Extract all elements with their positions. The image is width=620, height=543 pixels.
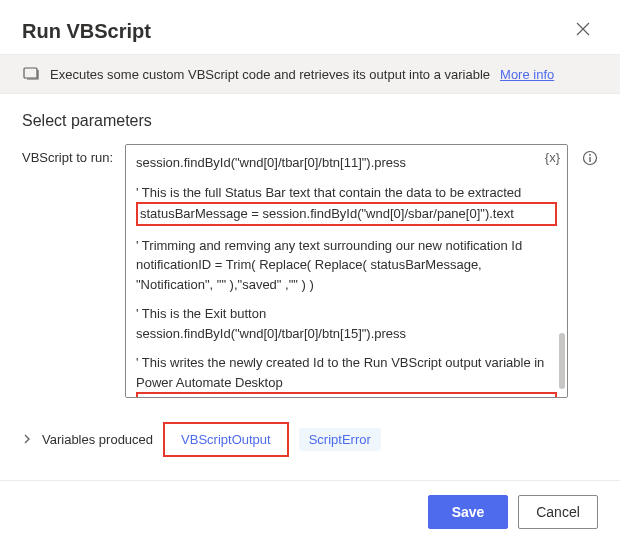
svg-rect-3 [589, 157, 590, 162]
code-line: session.findById("wnd[0]/tbar[0]/btn[15]… [136, 324, 557, 344]
expand-variables-button[interactable] [22, 432, 32, 447]
close-button[interactable] [568, 18, 598, 44]
script-row: VBScript to run: session.findById("wnd[0… [0, 140, 620, 410]
close-icon [576, 22, 590, 36]
dialog-header: Run VBScript [0, 0, 620, 54]
code-line: notificationID = Trim( Replace( Replace(… [136, 255, 557, 275]
code-blank [136, 226, 557, 236]
cancel-button[interactable]: Cancel [518, 495, 598, 529]
code-blank [136, 294, 557, 304]
svg-point-2 [589, 154, 591, 156]
dialog-title: Run VBScript [22, 20, 151, 43]
field-info-icon[interactable] [582, 150, 598, 170]
code-line: "Notification", "" ),"saved" ,"" ) ) [136, 275, 557, 295]
code-line: ' This is the full Status Bar text that … [136, 183, 557, 203]
variables-produced-row: Variables produced VBScriptOutput Script… [0, 410, 620, 457]
info-bar: Executes some custom VBScript code and r… [0, 54, 620, 94]
code-highlight-2: WScript.Echo notificationID [136, 392, 557, 398]
code-line: ' Trimming and remving any text surround… [136, 236, 557, 256]
dialog-footer: Save Cancel [0, 480, 620, 543]
info-text: Executes some custom VBScript code and r… [50, 67, 490, 82]
scrollbar[interactable] [553, 147, 565, 395]
variable-picker-button[interactable]: {x} [545, 150, 560, 165]
vbscript-input[interactable]: session.findById("wnd[0]/tbar[0]/btn[11]… [125, 144, 568, 398]
code-blank [136, 173, 557, 183]
variable-chip-error[interactable]: ScriptError [299, 428, 381, 451]
script-label: VBScript to run: [22, 144, 117, 165]
highlight-box-var1: VBScriptOutput [163, 422, 289, 457]
code-line: ' This writes the newly created Id to th… [136, 353, 557, 373]
run-vbscript-dialog: Run VBScript Executes some custom VBScri… [0, 0, 620, 543]
save-button[interactable]: Save [428, 495, 508, 529]
code-highlight-1: statusBarMessage = session.findById("wnd… [136, 202, 557, 226]
code-blank [136, 343, 557, 353]
code-line: Power Automate Desktop [136, 373, 557, 393]
code-line: session.findById("wnd[0]/tbar[0]/btn[11]… [136, 153, 557, 173]
variable-chip-output[interactable]: VBScriptOutput [171, 428, 281, 451]
more-info-link[interactable]: More info [500, 67, 554, 82]
chevron-right-icon [22, 434, 32, 444]
section-title: Select parameters [0, 94, 620, 140]
code-line: ' This is the Exit button [136, 304, 557, 324]
script-info-icon [22, 65, 40, 83]
svg-rect-0 [24, 68, 37, 78]
variables-label: Variables produced [42, 432, 153, 447]
